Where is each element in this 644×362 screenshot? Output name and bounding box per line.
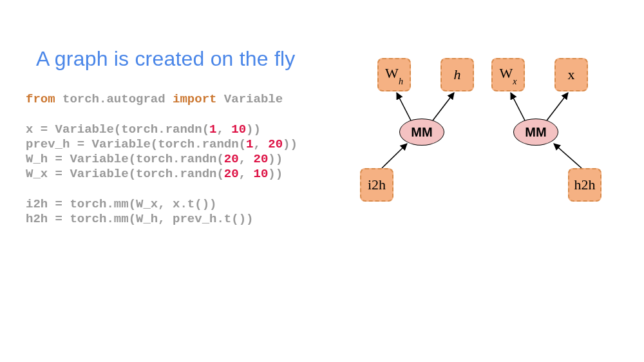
code-text: )): [246, 122, 261, 137]
node-x: x: [554, 58, 588, 91]
code-text: ,: [216, 122, 231, 137]
label: Wh: [385, 65, 403, 84]
code-text: x = Variable(torch.randn(: [26, 122, 209, 137]
svg-line-0: [397, 93, 411, 120]
svg-line-1: [433, 93, 454, 120]
svg-line-4: [547, 93, 568, 120]
code-text: ,: [239, 152, 254, 166]
node-h2h: h2h: [568, 168, 601, 202]
kw-import: import: [173, 92, 216, 106]
code-text: )): [268, 167, 283, 181]
num: 20: [253, 152, 268, 166]
label: x: [568, 66, 575, 83]
code-text: W_h = Variable(torch.randn(: [26, 152, 224, 166]
num: 10: [231, 122, 246, 137]
num: 20: [224, 167, 239, 181]
node-h: h: [440, 58, 474, 91]
code-text: i2h = torch.mm(W_x, x.t()): [26, 197, 216, 211]
node-i2h: i2h: [360, 168, 393, 202]
slide: A graph is created on the fly from torch…: [0, 0, 644, 362]
code-text: )): [268, 152, 283, 166]
label: i2h: [368, 176, 386, 193]
num: 20: [268, 137, 283, 151]
label: h2h: [574, 176, 596, 193]
code-text: h2h = torch.mm(W_h, prev_h.t()): [26, 212, 253, 226]
num: 10: [253, 167, 268, 181]
kw-from: from: [26, 92, 55, 106]
label: MM: [525, 125, 546, 140]
code-text: ,: [253, 137, 268, 151]
node-mm-left: MM: [399, 119, 444, 146]
label: MM: [411, 125, 432, 140]
node-wx: Wx: [491, 58, 525, 91]
code-text: ,: [239, 167, 254, 181]
num: 1: [246, 137, 253, 151]
node-mm-right: MM: [513, 119, 558, 146]
num: 20: [224, 152, 239, 166]
code-text: Variable: [216, 92, 283, 106]
svg-line-2: [382, 144, 407, 168]
code-text: )): [283, 137, 298, 151]
label: Wx: [500, 65, 517, 84]
code-text: torch.autograd: [55, 92, 173, 106]
svg-line-3: [511, 93, 525, 120]
svg-line-5: [554, 144, 582, 168]
num: 1: [209, 122, 216, 137]
code-text: W_x = Variable(torch.randn(: [26, 167, 224, 181]
node-wh: Wh: [377, 58, 411, 91]
slide-title: A graph is created on the fly: [36, 47, 296, 71]
label: h: [454, 66, 461, 83]
code-text: prev_h = Variable(torch.randn(: [26, 137, 246, 151]
computation-graph: Wh h Wx x MM MM i2h h2h: [361, 55, 618, 216]
code-block: from torch.autograd import Variable x = …: [26, 92, 298, 227]
